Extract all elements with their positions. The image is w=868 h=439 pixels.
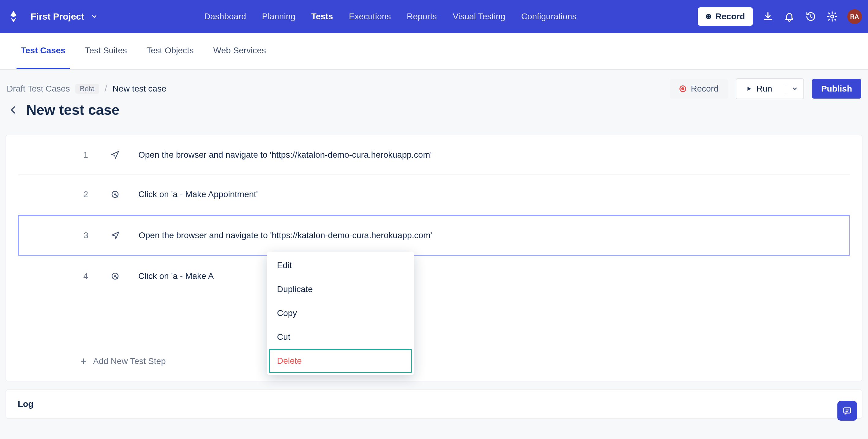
back-arrow-icon[interactable] [7, 103, 20, 116]
click-icon [110, 271, 120, 281]
subtabs: Test Cases Test Suites Test Objects Web … [0, 33, 868, 70]
navigate-icon [110, 150, 120, 160]
page-title: New test case [26, 102, 119, 118]
breadcrumb: Draft Test Cases Beta / New test case [7, 84, 166, 94]
subtab-test-objects[interactable]: Test Objects [142, 33, 198, 69]
breadcrumb-draft[interactable]: Draft Test Cases [7, 84, 70, 94]
svg-rect-5 [844, 408, 851, 413]
project-name: First Project [31, 11, 84, 22]
nav-configurations[interactable]: Configurations [521, 8, 577, 25]
steps-panel: 1 Open the browser and navigate to 'http… [5, 135, 863, 381]
record-button-top[interactable]: Record [698, 7, 753, 26]
beta-badge: Beta [75, 84, 99, 94]
step-text: Open the browser and navigate to 'https:… [138, 150, 432, 160]
plus-icon [80, 357, 88, 365]
navigate-icon [111, 230, 120, 240]
bell-icon[interactable] [783, 10, 796, 23]
step-number: 3 [80, 230, 92, 240]
chevron-down-icon [91, 13, 98, 20]
step-text: Open the browser and navigate to 'https:… [138, 230, 432, 240]
add-step-label: Add New Test Step [93, 356, 166, 366]
record-red-dot-icon [679, 85, 686, 92]
page-area: Draft Test Cases Beta / New test case Re… [0, 70, 868, 439]
nav-dashboard[interactable]: Dashboard [204, 8, 246, 25]
step-text: Click on 'a - Make A [138, 271, 214, 281]
record-button-label: Record [691, 84, 718, 94]
breadcrumb-separator: / [105, 84, 107, 94]
header-actions: Record Run Publish [670, 79, 861, 99]
nav-executions[interactable]: Executions [349, 8, 391, 25]
nav-visual-testing[interactable]: Visual Testing [453, 8, 505, 25]
publish-button-label: Publish [821, 84, 852, 94]
step-number: 4 [80, 271, 92, 281]
nav-planning[interactable]: Planning [262, 8, 296, 25]
avatar[interactable]: RA [847, 9, 862, 24]
topbar: First Project Dashboard Planning Tests E… [0, 0, 868, 33]
step-row[interactable]: 4 Click on 'a - Make A [18, 256, 850, 296]
run-button-label: Run [756, 84, 772, 94]
breadcrumb-current: New test case [113, 84, 166, 94]
subtab-test-cases[interactable]: Test Cases [17, 33, 70, 69]
step-number: 2 [80, 189, 92, 199]
gear-icon[interactable] [826, 10, 839, 23]
header-row: New test case [3, 99, 865, 127]
step-text: Click on 'a - Make Appointment' [138, 189, 258, 199]
app-logo-icon[interactable] [7, 10, 20, 23]
help-icon [842, 406, 852, 416]
menu-item-duplicate[interactable]: Duplicate [269, 277, 412, 301]
play-icon [746, 86, 752, 92]
add-new-test-step-button[interactable]: Add New Test Step [18, 342, 850, 381]
context-menu: Edit Duplicate Copy Cut Delete [267, 252, 414, 375]
record-dot-icon [706, 14, 711, 19]
step-number: 1 [80, 150, 92, 160]
menu-item-delete[interactable]: Delete [269, 349, 412, 373]
publish-button[interactable]: Publish [812, 79, 861, 99]
click-icon [110, 189, 120, 199]
svg-point-0 [831, 15, 834, 18]
menu-item-edit[interactable]: Edit [269, 253, 412, 277]
log-panel-toggle[interactable]: Log [5, 389, 863, 419]
help-floating-button[interactable] [837, 401, 857, 420]
project-selector[interactable]: First Project [28, 8, 100, 25]
step-row-selected[interactable]: 3 Open the browser and navigate to 'http… [18, 215, 850, 256]
top-navigation: Dashboard Planning Tests Executions Repo… [204, 8, 576, 25]
run-button[interactable]: Run [736, 79, 804, 99]
record-button[interactable]: Record [670, 79, 727, 99]
breadcrumb-row: Draft Test Cases Beta / New test case Re… [3, 79, 865, 99]
nav-reports[interactable]: Reports [407, 8, 437, 25]
history-icon[interactable] [804, 10, 817, 23]
download-icon[interactable] [762, 10, 774, 23]
record-button-top-label: Record [716, 12, 745, 22]
subtab-web-services[interactable]: Web Services [209, 33, 270, 69]
menu-item-cut[interactable]: Cut [269, 325, 412, 349]
log-title: Log [18, 399, 33, 409]
run-dropdown-toggle[interactable] [786, 84, 803, 94]
subtab-test-suites[interactable]: Test Suites [81, 33, 131, 69]
topbar-right: Record RA [698, 7, 862, 26]
step-row[interactable]: 1 Open the browser and navigate to 'http… [18, 135, 850, 175]
nav-tests[interactable]: Tests [311, 8, 333, 25]
step-row[interactable]: 2 Click on 'a - Make Appointment' [18, 175, 850, 214]
menu-item-copy[interactable]: Copy [269, 301, 412, 325]
